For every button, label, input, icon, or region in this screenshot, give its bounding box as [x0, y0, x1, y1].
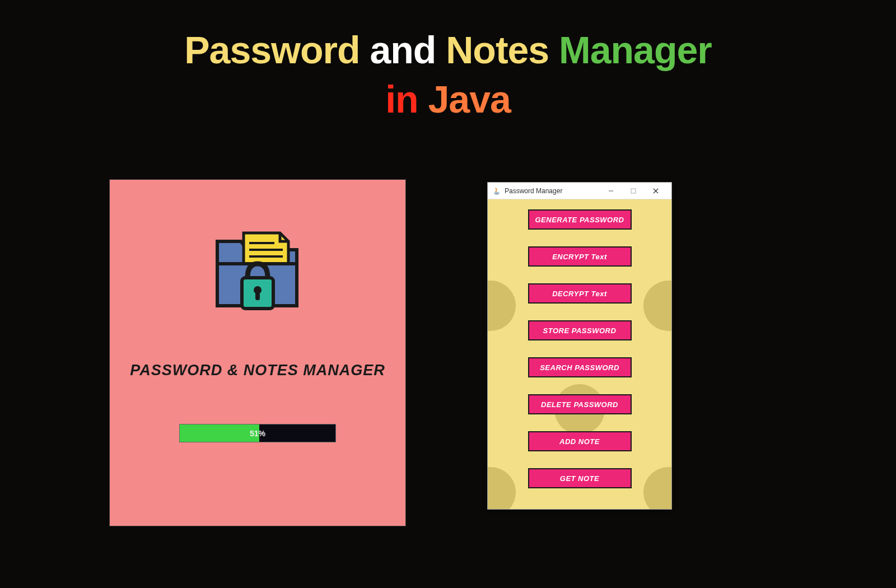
get-note-button[interactable]: GET NOTE: [528, 468, 632, 488]
store-password-button[interactable]: STORE PASSWORD: [528, 320, 632, 340]
search-password-button[interactable]: SEARCH PASSWORD: [528, 357, 632, 377]
title-word-password: Password: [184, 29, 360, 71]
delete-password-button[interactable]: DELETE PASSWORD: [528, 394, 632, 414]
title-word-and: and: [370, 29, 436, 71]
menu-window: Password Manager GENERATE PASSWORD ENCRY…: [487, 182, 672, 510]
title-word-manager: Manager: [559, 29, 712, 71]
close-button[interactable]: [645, 183, 667, 199]
svg-rect-5: [255, 290, 260, 300]
title-line-2: in Java: [0, 77, 896, 121]
splash-title: PASSWORD & NOTES MANAGER: [130, 362, 385, 379]
page-title: Password and Notes Manager in Java: [0, 0, 896, 121]
progress-label: 51%: [250, 429, 265, 438]
java-icon: [492, 186, 501, 195]
title-line-1: Password and Notes Manager: [0, 28, 896, 72]
decrypt-text-button[interactable]: DECRYPT Text: [528, 283, 632, 304]
title-word-notes: Notes: [446, 29, 549, 71]
window-titlebar: Password Manager: [488, 183, 671, 199]
menu-body: GENERATE PASSWORD ENCRYPT Text DECRYPT T…: [488, 199, 671, 509]
progress-bar: 51%: [179, 424, 336, 442]
title-word-java: Java: [428, 78, 511, 120]
window-controls: [600, 183, 667, 199]
title-word-in: in: [385, 78, 418, 120]
svg-rect-9: [631, 189, 636, 193]
progress-fill: [180, 424, 259, 442]
minimize-button[interactable]: [600, 183, 622, 199]
splash-window: PASSWORD & NOTES MANAGER 51%: [109, 179, 406, 526]
window-title: Password Manager: [505, 187, 600, 195]
folder-lock-icon: [202, 211, 314, 323]
menu-button-list: GENERATE PASSWORD ENCRYPT Text DECRYPT T…: [488, 209, 671, 488]
add-note-button[interactable]: ADD NOTE: [528, 431, 632, 451]
generate-password-button[interactable]: GENERATE PASSWORD: [528, 209, 632, 230]
encrypt-text-button[interactable]: ENCRYPT Text: [528, 246, 632, 267]
maximize-button[interactable]: [622, 183, 645, 199]
